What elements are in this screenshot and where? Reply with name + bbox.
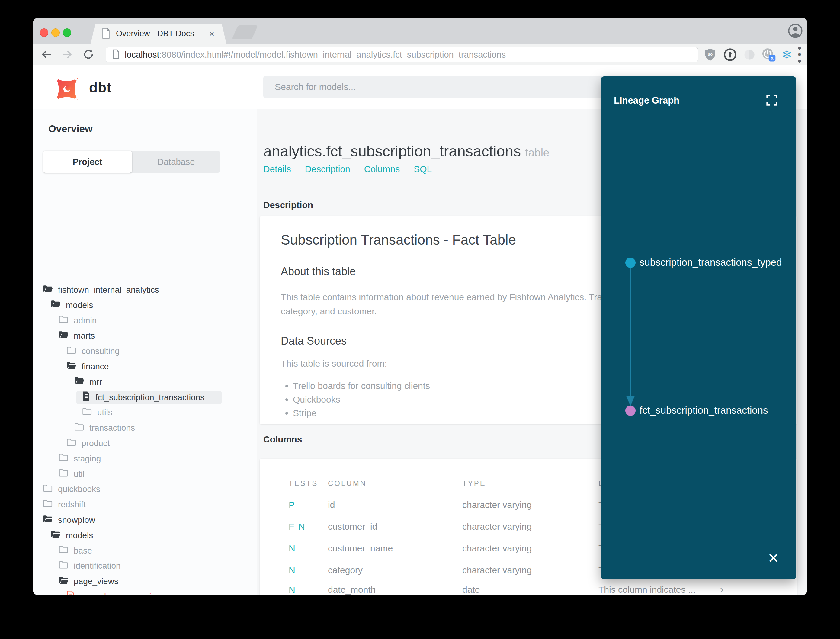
tree-item-fishtown_internal_analytics[interactable]: fishtown_internal_analytics	[42, 283, 159, 297]
reload-button-icon[interactable]	[81, 47, 96, 62]
folder-closed-icon	[81, 407, 92, 418]
dbt-logo[interactable]: dbt_	[53, 75, 119, 103]
cell-column-name-category: category	[328, 565, 363, 575]
model-file-icon	[66, 591, 75, 595]
tree-item-snowplow[interactable]: snowplow	[42, 513, 95, 527]
column-header-type: TYPE	[462, 479, 486, 488]
tab-favicon-document-icon	[102, 28, 111, 40]
cell-description-date_month[interactable]: This column indicates ...	[599, 585, 696, 595]
onepassword-icon[interactable]	[722, 47, 738, 62]
disabled-extension-icon[interactable]	[742, 47, 757, 62]
tree-item-page_views[interactable]: page_views	[58, 575, 118, 588]
tree-item-transactions[interactable]: transactions	[74, 421, 135, 434]
lineage-edge-arrow	[624, 267, 637, 409]
folder-open-icon	[66, 361, 77, 373]
folder-closed-icon	[42, 499, 53, 511]
cell-tests-id: P	[289, 500, 299, 510]
dbt-logo-text: dbt_	[89, 79, 119, 96]
nav-link-sql[interactable]: SQL	[414, 164, 432, 174]
tree-item-label: admin	[74, 316, 97, 326]
window-minimize-button[interactable]	[51, 29, 60, 37]
expand-row-chevron-icon[interactable]: ›	[720, 583, 724, 595]
folder-closed-icon	[58, 315, 69, 326]
tree-item-base[interactable]: base	[58, 544, 92, 558]
tree-item-staging[interactable]: staging	[58, 452, 101, 465]
tree-item-label: identification	[74, 561, 121, 571]
folder-open-icon	[58, 330, 69, 342]
tree-item-finance[interactable]: finance	[66, 360, 109, 373]
test-badge-N: N	[289, 565, 295, 575]
tab-close-icon[interactable]: ×	[209, 29, 214, 38]
cell-column-name-date_month: date_month	[328, 585, 376, 595]
nav-link-description[interactable]: Description	[305, 164, 350, 174]
folder-open-icon	[42, 514, 53, 526]
window-zoom-button[interactable]	[63, 29, 71, 37]
search-input[interactable]	[274, 81, 627, 92]
tree-item-models[interactable]: models	[50, 299, 93, 312]
tree-item-marts[interactable]: marts	[58, 329, 95, 342]
description-section-label: Description	[263, 200, 313, 210]
tree-item-product[interactable]: product	[66, 437, 110, 450]
tree-item-snowplow_page_views[interactable]: snowplow_page_views	[66, 590, 166, 595]
tree-item-identification[interactable]: identification	[58, 559, 121, 572]
test-badge-N: N	[289, 543, 295, 553]
folder-open-icon	[58, 575, 69, 587]
tree-item-util[interactable]: util	[58, 467, 84, 481]
cell-type-id: character varying	[462, 500, 532, 510]
screenshot-stage: Overview - DBT Docs × loca	[0, 0, 840, 639]
tree-item-admin[interactable]: admin	[58, 314, 97, 327]
tab-title: Overview - DBT Docs	[116, 29, 209, 38]
dbt-logo-cursor: _	[112, 80, 120, 95]
forward-button-icon[interactable]	[60, 47, 75, 62]
folder-open-icon	[50, 529, 61, 541]
browser-tab[interactable]: Overview - DBT Docs ×	[91, 24, 227, 44]
tree-item-fct_subscription_transactions (selected)[interactable]: fct_subscription_transactions	[76, 391, 222, 404]
sidebar: Overview Project Database fishtown_inter…	[33, 109, 257, 595]
back-button-icon[interactable]	[39, 47, 54, 62]
fullscreen-expand-icon[interactable]	[765, 94, 778, 106]
tree-item-label: page_views	[74, 577, 118, 586]
folder-open-icon	[50, 299, 61, 311]
ublock-shield-icon[interactable]: uo	[702, 47, 718, 62]
tree-item-label: consulting	[81, 347, 119, 356]
new-tab-button[interactable]	[232, 25, 258, 39]
lineage-node-label[interactable]: fct_subscription_transactions	[640, 405, 768, 416]
tree-item-mrr[interactable]: mrr	[74, 375, 102, 389]
browser-toolbar: localhost:8080/index.html#!/model/model.…	[33, 44, 807, 65]
folder-closed-icon	[74, 422, 84, 434]
cell-tests-category: N	[289, 565, 300, 575]
tree-item-quickbooks[interactable]: quickbooks	[42, 483, 100, 496]
column-header-column: COLUMN	[328, 479, 367, 488]
lineage-close-icon[interactable]: ✕	[767, 550, 779, 566]
tree-item-utils[interactable]: utils	[81, 406, 112, 419]
browser-menu-icon[interactable]: •••	[792, 47, 807, 62]
nav-link-columns[interactable]: Columns	[364, 164, 400, 174]
power-extension-icon[interactable]: x	[760, 47, 776, 62]
profile-icon[interactable]	[788, 23, 803, 39]
nav-link-details[interactable]: Details	[263, 164, 291, 174]
file-tree: fishtown_internal_analyticsmodelsadminma…	[33, 109, 257, 595]
cell-tests-customer_name: N	[289, 543, 300, 553]
tree-item-label: fishtown_internal_analytics	[58, 285, 159, 295]
cell-type-date_month: date	[462, 585, 480, 595]
cell-type-category: character varying	[462, 565, 532, 575]
data-sources-intro: This table is sourced from:	[281, 358, 387, 369]
tree-item-models[interactable]: models	[50, 529, 93, 542]
doc-title: Subscription Transactions - Fact Table	[281, 232, 516, 248]
lineage-node-label[interactable]: subscription_transactions_typed	[640, 257, 782, 268]
page-title-badge: table	[525, 146, 549, 159]
url-bar[interactable]: localhost:8080/index.html#!/model/model.…	[106, 47, 698, 62]
browser-tab-strip: Overview - DBT Docs ×	[33, 18, 807, 44]
browser-window: Overview - DBT Docs × loca	[33, 18, 807, 595]
tree-item-label: marts	[74, 331, 95, 341]
lineage-node-dot-subscription_transactions_typed[interactable]	[625, 258, 635, 268]
tree-item-consulting[interactable]: consulting	[66, 345, 119, 358]
tree-item-redshift[interactable]: redshift	[42, 498, 86, 511]
data-source-item: Trello boards for consulting clients	[293, 379, 430, 393]
window-close-button[interactable]	[40, 29, 48, 37]
cell-column-name-customer_id: customer_id	[328, 521, 377, 532]
folder-closed-icon	[66, 345, 77, 357]
lineage-node-dot-fct_subscription_transactions[interactable]	[625, 405, 635, 416]
test-badge-N: N	[299, 521, 305, 531]
data-sources-list: Trello boards for consulting clientsQuic…	[281, 379, 430, 420]
